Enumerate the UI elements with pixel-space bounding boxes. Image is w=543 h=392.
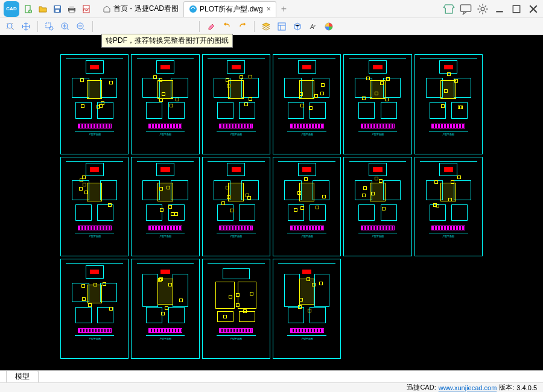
plan-caption: 户型平面图 bbox=[89, 337, 101, 340]
drawing-sheet: 户型平面图 bbox=[414, 54, 483, 154]
svg-point-16 bbox=[49, 27, 53, 30]
zoom-out-icon[interactable] bbox=[74, 20, 87, 33]
pan-icon[interactable] bbox=[19, 20, 33, 33]
print-icon[interactable] bbox=[66, 4, 77, 14]
plan-caption: 户型平面图 bbox=[301, 235, 313, 238]
tab-add-button[interactable]: + bbox=[276, 4, 291, 14]
close-button[interactable] bbox=[527, 3, 539, 15]
plan-legend bbox=[78, 124, 112, 128]
tab-file-label: PLOT所有户型.dwg bbox=[200, 4, 263, 14]
floor-plan bbox=[137, 58, 194, 119]
drawing-sheet: 户型平面图 bbox=[202, 259, 270, 359]
home-icon bbox=[103, 5, 111, 13]
document-tabs: 首页 - 迅捷CAD看图 PLOT所有户型.dwg × + bbox=[98, 1, 443, 17]
eraser-icon[interactable] bbox=[205, 20, 218, 33]
pdf-icon[interactable]: PDF bbox=[81, 4, 92, 14]
plan-caption: 户型平面图 bbox=[301, 337, 313, 340]
floor-plan bbox=[66, 161, 122, 221]
plan-caption: 户型平面图 bbox=[159, 337, 171, 340]
minimize-button[interactable] bbox=[494, 3, 506, 15]
svg-point-10 bbox=[189, 5, 197, 13]
floor-plan bbox=[420, 58, 477, 119]
drawing-sheet: 户型平面图 bbox=[343, 54, 411, 154]
floor-plan bbox=[349, 161, 406, 221]
maximize-button[interactable] bbox=[510, 3, 522, 15]
separator bbox=[254, 21, 255, 32]
plan-caption: 户型平面图 bbox=[301, 133, 313, 136]
status-url-link[interactable]: www.xunjiecad.com bbox=[439, 384, 497, 391]
plan-legend bbox=[219, 124, 253, 128]
plan-legend bbox=[431, 124, 465, 128]
tooltip-pdf: 转PDF，推荐转换完整看图打开的图纸 bbox=[101, 34, 233, 48]
drawing-canvas[interactable]: 户型平面图户型平面图户型平面图户型平面图户型平面图户型平面图户型平面图户型平面图… bbox=[0, 35, 543, 370]
svg-point-14 bbox=[7, 24, 12, 28]
plan-legend bbox=[361, 226, 395, 230]
plan-caption: 户型平面图 bbox=[159, 133, 171, 136]
open-file-icon[interactable] bbox=[37, 4, 48, 14]
plan-caption: 户型平面图 bbox=[372, 235, 384, 238]
color-wheel-icon[interactable] bbox=[322, 20, 335, 33]
layout-tabs-bar: 模型 bbox=[0, 370, 543, 382]
layout-icon[interactable] bbox=[275, 20, 288, 33]
plan-legend bbox=[78, 328, 112, 333]
skin-icon[interactable] bbox=[443, 3, 455, 15]
titlebar: CAD PDF 首页 - 迅捷CAD看图 PLOT所有户型.dwg × + bbox=[0, 0, 543, 18]
settings-icon[interactable] bbox=[477, 3, 489, 15]
svg-rect-19 bbox=[278, 23, 285, 30]
status-brand: 迅捷CAD: bbox=[407, 383, 436, 392]
tab-home[interactable]: 首页 - 迅捷CAD看图 bbox=[98, 1, 183, 17]
tab-close-icon[interactable]: × bbox=[267, 5, 271, 13]
model-tab[interactable]: 模型 bbox=[6, 370, 39, 382]
svg-point-12 bbox=[481, 7, 484, 11]
drawing-sheet: 户型平面图 bbox=[60, 259, 129, 359]
drawing-sheet: 户型平面图 bbox=[131, 157, 199, 257]
plan-legend bbox=[361, 124, 395, 128]
redo-icon[interactable] bbox=[236, 20, 249, 33]
3d-view-icon[interactable] bbox=[291, 20, 304, 33]
drawing-sheet: 户型平面图 bbox=[273, 157, 341, 257]
drawing-sheet: 户型平面图 bbox=[131, 259, 199, 359]
plan-legend bbox=[78, 226, 112, 230]
tab-home-label: 首页 - 迅捷CAD看图 bbox=[113, 4, 179, 14]
zoom-window-icon[interactable] bbox=[43, 20, 56, 33]
drawing-sheet bbox=[343, 259, 411, 359]
zoom-extents-icon[interactable] bbox=[4, 20, 17, 33]
plan-legend bbox=[148, 226, 182, 230]
new-file-icon[interactable] bbox=[23, 4, 34, 14]
window-controls bbox=[443, 3, 539, 15]
floor-plan bbox=[208, 58, 264, 119]
svg-rect-4 bbox=[56, 10, 59, 12]
feedback-icon[interactable] bbox=[460, 3, 472, 15]
floor-plan bbox=[420, 161, 477, 221]
plan-legend bbox=[219, 226, 253, 230]
drawing-sheet: 户型平面图 bbox=[60, 157, 129, 257]
drawing-sheet bbox=[414, 259, 483, 359]
floor-plan bbox=[66, 263, 122, 323]
cad-file-icon bbox=[189, 5, 197, 13]
main-toolbar: Az 转PDF，推荐转换完整看图打开的图纸 bbox=[0, 18, 543, 35]
floor-plan bbox=[278, 58, 335, 119]
plan-caption: 户型平面图 bbox=[89, 235, 101, 238]
plan-legend bbox=[290, 124, 324, 128]
svg-rect-7 bbox=[69, 10, 74, 13]
statusbar: 迅捷CAD: www.xunjiecad.com 版本: 3.4.0.5 bbox=[0, 382, 543, 392]
drawing-sheet: 户型平面图 bbox=[60, 54, 129, 154]
plan-legend bbox=[290, 328, 324, 333]
drawing-sheet: 户型平面图 bbox=[202, 157, 270, 257]
layers-icon[interactable] bbox=[259, 20, 273, 33]
plan-caption: 户型平面图 bbox=[89, 133, 101, 136]
floor-plan bbox=[137, 263, 194, 323]
svg-rect-13 bbox=[513, 5, 519, 12]
floor-plan bbox=[208, 263, 264, 323]
save-icon[interactable] bbox=[52, 4, 63, 14]
svg-text:PDF: PDF bbox=[83, 8, 89, 11]
plan-caption: 户型平面图 bbox=[230, 235, 242, 238]
drawing-sheet: 户型平面图 bbox=[414, 157, 483, 257]
undo-icon[interactable] bbox=[220, 20, 233, 33]
plan-legend bbox=[431, 226, 465, 230]
zoom-in-icon[interactable] bbox=[59, 20, 72, 33]
svg-text:z: z bbox=[314, 24, 316, 28]
tab-file[interactable]: PLOT所有户型.dwg × bbox=[183, 1, 276, 17]
text-style-icon[interactable]: Az bbox=[306, 20, 320, 33]
plan-caption: 户型平面图 bbox=[442, 235, 454, 238]
